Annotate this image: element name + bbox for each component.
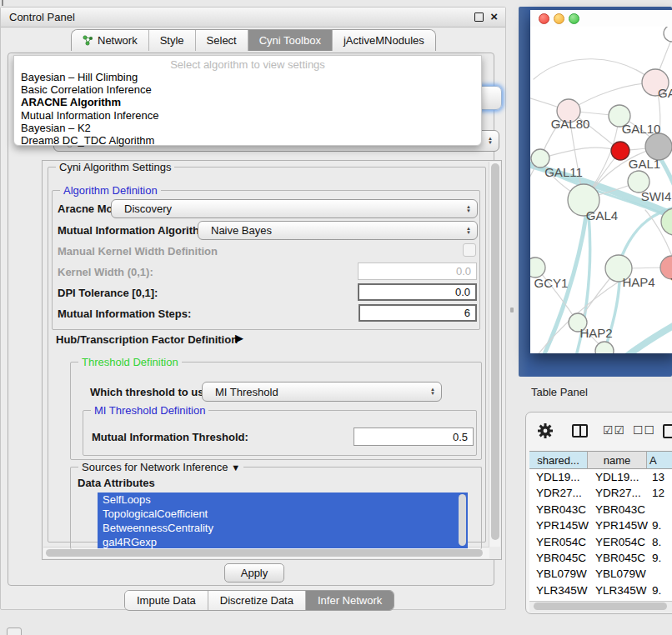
dpi-tolerance-field[interactable]: 0.0 (358, 283, 477, 301)
table-cell: YER054C (589, 534, 649, 550)
table-row[interactable]: YPR145WYPR145W9. (529, 518, 672, 533)
network-tab-icon (83, 35, 93, 46)
which-threshold-combo[interactable]: MI Threshold ▲▼ (202, 382, 442, 402)
close-icon[interactable]: × (490, 9, 498, 23)
network-node-label: HAP2 (579, 326, 612, 340)
aracne-mode-combo[interactable]: Discovery ▲▼ (111, 199, 478, 218)
table-toolbar: ☑☑ ☐☐ (526, 412, 672, 449)
apply-button[interactable]: Apply (224, 563, 284, 582)
float-window-icon[interactable] (474, 12, 484, 22)
sources-group: Sources for Network Inference ▼ Data Att… (70, 467, 482, 549)
zoom-traffic-light-icon[interactable] (569, 13, 579, 24)
tab-select[interactable]: Select (195, 30, 248, 51)
column-header-name[interactable]: name (588, 451, 647, 469)
mi-threshold-label: Mutual Information Threshold: (92, 431, 248, 443)
screen-edge-artifact (2, 0, 3, 6)
network-node[interactable] (611, 142, 629, 160)
deselect-all-checkboxes-icon[interactable]: ☐☐ (633, 423, 655, 437)
table-cell: 9. (649, 550, 672, 566)
threshold-definition-group: Threshold Definition Which threshold to … (70, 362, 482, 460)
tab-impute-data[interactable]: Impute Data (125, 591, 208, 610)
algorithm-option[interactable]: Dream8 DC_TDC Algorithm (14, 134, 481, 147)
mi-steps-field[interactable]: 6 (359, 304, 477, 322)
network-node-label: SWI4 (641, 189, 672, 203)
column-header-shared-name[interactable]: shared... (529, 451, 588, 469)
vertical-scrollbar-thumb[interactable] (491, 163, 499, 540)
close-traffic-light-icon[interactable] (539, 13, 549, 24)
select-all-checkboxes-icon[interactable]: ☑☑ (603, 423, 625, 437)
network-node[interactable] (664, 27, 672, 42)
algorithm-option[interactable]: Bayesian – K2 (14, 122, 481, 134)
algorithm-dropdown-placeholder: Select algorithm to view settings (14, 56, 481, 71)
table-cell: YBL079W (529, 566, 589, 582)
minimized-panel-icon[interactable] (7, 628, 22, 635)
table-row[interactable]: YLR345WYLR345W9. (529, 582, 672, 598)
manual-kernel-checkbox[interactable] (463, 243, 476, 257)
algorithm-dropdown-items: Bayesian – Hill ClimbingBasic Correlatio… (14, 71, 481, 147)
attribute-list-item[interactable]: TopologicalCoefficient (98, 507, 468, 521)
table-cell: YBR043C (589, 502, 649, 518)
network-node-label: GAL1 (629, 157, 660, 171)
screenshot-root: { "icons": { "close": "×", "combo_up": "… (0, 0, 672, 635)
table-row[interactable]: YBL079WYBL079W (529, 566, 672, 582)
combo-stepper-icon: ▲▼ (488, 137, 493, 145)
network-edge[interactable] (618, 321, 672, 353)
table-cell: YDL19... (529, 469, 589, 485)
collapse-down-icon[interactable]: ▼ (231, 462, 240, 472)
algorithm-option[interactable]: Basic Correlation Inference (14, 83, 481, 96)
network-edge[interactable] (534, 59, 655, 82)
network-node-label: GAL4 (586, 208, 618, 222)
sources-title: Sources for Network Inference ▼ (78, 461, 243, 473)
show-columns-icon[interactable] (572, 424, 588, 438)
table-row[interactable]: YDL19...YDL19...13 (529, 469, 672, 485)
network-view-frame: GALGAL80GAL10GAL11GAL1GAL4SWI4GCY1HAP4YH… (519, 7, 672, 377)
algorithm-dropdown-popup: Select algorithm to view settings Bayesi… (13, 55, 482, 146)
table-row[interactable]: YDR27...YDR27...12 (529, 485, 672, 501)
table-horizontal-scrollbar-thumb[interactable] (534, 602, 667, 610)
table-row[interactable]: YBR043CYBR043C (529, 502, 672, 518)
manual-kernel-label: Manual Kernel Width Definition (58, 245, 218, 258)
network-window: GALGAL80GAL10GAL11GAL1GAL4SWI4GCY1HAP4YH… (530, 10, 672, 353)
table-cell: 9. (649, 518, 672, 533)
tab-style[interactable]: Style (148, 30, 195, 51)
table-cell: YDL19... (589, 469, 649, 485)
horizontal-scrollbar-thumb[interactable] (46, 549, 483, 557)
cyni-algorithm-settings-title: Cyni Algorithm Settings (56, 161, 174, 173)
tab-jactivemnodules[interactable]: jActiveMNodules (332, 30, 435, 51)
algorithm-option[interactable]: Mutual Information Inference (14, 109, 481, 122)
mi-threshold-field[interactable]: 0.5 (354, 428, 474, 446)
gear-icon[interactable] (537, 422, 554, 439)
list-scrollbar-thumb[interactable] (459, 494, 466, 546)
mi-algorithm-type-combo[interactable]: Naive Bayes ▲▼ (198, 221, 478, 240)
attribute-list-item[interactable]: gal4RGexp (98, 535, 468, 548)
bottom-tab-group: Impute Data Discretize Data Infer Networ… (124, 590, 394, 611)
data-attributes-list[interactable]: SelfLoopsTopologicalCoefficientBetweenne… (98, 492, 468, 548)
tab-discretize-data[interactable]: Discretize Data (208, 591, 305, 610)
algorithm-definition-group: Algorithm Definition Aracne Mode: Discov… (52, 190, 480, 330)
mi-steps-label: Mutual Information Steps: (58, 308, 191, 320)
network-canvas[interactable]: GALGAL80GAL10GAL11GAL1GAL4SWI4GCY1HAP4YH… (530, 27, 672, 353)
panel-splitter-handle[interactable] (510, 308, 514, 312)
network-node-gcy1[interactable] (530, 258, 545, 278)
table-rows: YDL19...YDL19...13YDR27...YDR27...12YBR0… (529, 469, 672, 601)
tab-infer-network[interactable]: Infer Network (305, 591, 394, 610)
algorithm-combo-fragment[interactable] (480, 86, 502, 110)
minimize-traffic-light-icon[interactable] (554, 13, 564, 24)
network-node-label: GAL80 (551, 117, 590, 131)
hub-definition-label: Hub/Transcription Factor Definition (56, 333, 238, 346)
tab-network[interactable]: Network (72, 30, 148, 51)
table-cell: YER054C (529, 534, 589, 550)
expand-right-icon[interactable]: ▶ (235, 332, 243, 344)
algorithm-option[interactable]: Bayesian – Hill Climbing (14, 71, 481, 83)
table-row[interactable]: YBR045CYBR045C9. (529, 550, 672, 566)
tab-cyni-toolbox[interactable]: Cyni Toolbox (248, 30, 332, 51)
cyni-algorithm-settings-group: Cyni Algorithm Settings Algorithm Defini… (48, 167, 486, 542)
kernel-width-field[interactable]: 0.0 (358, 262, 477, 280)
mi-threshold-title: MI Threshold Definition (91, 404, 208, 417)
function-builder-icon[interactable] (663, 424, 672, 438)
algorithm-option[interactable]: ARACNE Algorithm (14, 96, 481, 108)
table-row[interactable]: YER054CYER054C8. (529, 534, 672, 550)
column-header-partial[interactable]: A (647, 451, 672, 469)
attribute-list-item[interactable]: SelfLoops (98, 492, 468, 507)
attribute-list-item[interactable]: BetweennessCentrality (98, 521, 468, 535)
